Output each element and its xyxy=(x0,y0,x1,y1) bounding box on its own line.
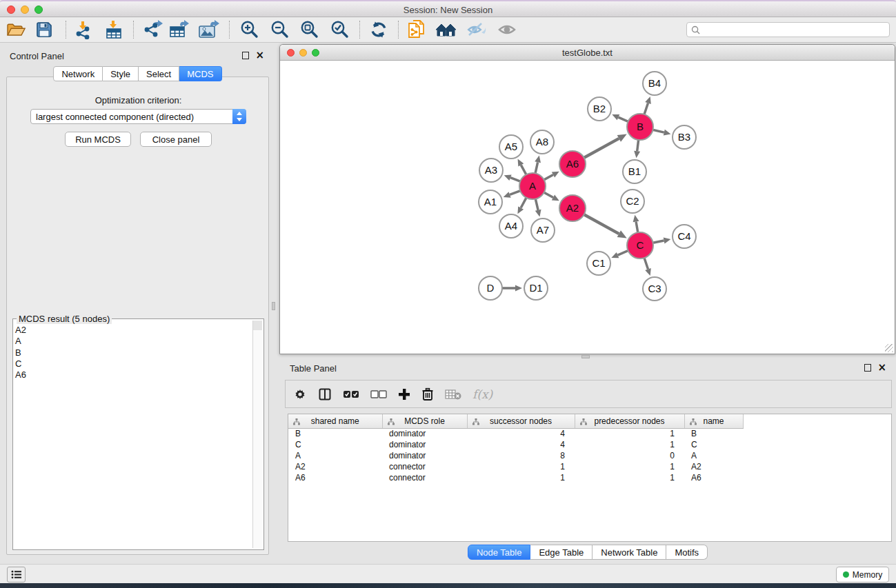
optimization-label: Optimization criterion: xyxy=(7,95,270,105)
graph-node-label: A5 xyxy=(505,141,517,152)
splitter-handle[interactable] xyxy=(272,302,275,310)
close-panel-button[interactable]: Close panel xyxy=(140,132,212,147)
zoom-out-icon[interactable] xyxy=(268,20,291,39)
graph-node-label: A7 xyxy=(537,224,549,236)
graph-node-label: A xyxy=(529,180,536,192)
zoom-selected-icon[interactable] xyxy=(328,20,351,39)
result-item[interactable]: A6 xyxy=(15,369,26,381)
hierarchy-icon xyxy=(690,418,697,427)
node-table: shared nameMCDS rolesuccessor nodesprede… xyxy=(288,414,892,542)
column-header-successor-nodes[interactable]: successor nodes xyxy=(467,414,575,428)
network-graph-canvas[interactable]: B4B2BB3A8A5A6A3B1AC2A1A2A4A7C4CC1DD1C3 xyxy=(281,61,895,354)
export-image-icon[interactable] xyxy=(197,20,221,39)
graph-node-label: B4 xyxy=(648,77,661,89)
split-column-icon[interactable] xyxy=(318,387,332,401)
refresh-icon[interactable] xyxy=(367,20,390,39)
criterion-dropdown[interactable]: largest connected component (directed) xyxy=(30,109,246,124)
dropdown-stepper-icon xyxy=(232,109,246,124)
result-item[interactable]: B xyxy=(15,347,26,358)
show-selected-icon[interactable] xyxy=(496,20,519,39)
export-table-icon[interactable] xyxy=(168,20,191,39)
mcds-result-box: MCDS result (5 nodes) A2ABCA6 xyxy=(12,318,264,550)
settings-gear-icon[interactable] xyxy=(293,387,307,401)
column-header-predecessor-nodes[interactable]: predecessor nodes xyxy=(575,414,684,428)
result-item[interactable]: A xyxy=(15,336,26,347)
graph-edge-arrow xyxy=(515,285,522,292)
list-icon xyxy=(11,570,21,579)
graph-node-label: A3 xyxy=(485,164,497,176)
table-row[interactable]: A2connector11A2 xyxy=(288,461,743,472)
hierarchy-icon xyxy=(580,418,587,427)
graph-edge-arrow xyxy=(664,130,671,136)
search-input[interactable] xyxy=(703,25,889,34)
select-all-icon[interactable] xyxy=(343,389,359,399)
node-table-grid[interactable]: shared nameMCDS rolesuccessor nodesprede… xyxy=(288,414,744,483)
result-item[interactable]: C xyxy=(15,358,26,369)
import-network-icon[interactable] xyxy=(72,20,95,39)
graph-edge-arrow xyxy=(535,156,541,163)
export-network-icon[interactable] xyxy=(141,20,165,39)
close-panel-icon[interactable]: × xyxy=(255,52,264,59)
column-header-shared-name[interactable]: shared name xyxy=(288,414,382,428)
desktop-background xyxy=(0,583,896,588)
add-column-icon[interactable] xyxy=(398,388,410,401)
tab-select[interactable]: Select xyxy=(139,66,179,81)
control-panel-tabs: NetworkStyleSelectMCDS xyxy=(6,66,270,81)
tab-edge-table[interactable]: Edge Table xyxy=(530,545,593,560)
mcds-result-list: A2ABCA6 xyxy=(15,325,26,381)
delete-table-icon[interactable] xyxy=(445,389,461,400)
table-row[interactable]: Adominator80A xyxy=(288,450,743,461)
zoom-in-icon[interactable] xyxy=(237,20,261,39)
graph-node-label: C4 xyxy=(677,230,690,242)
search-box[interactable] xyxy=(686,22,890,37)
zoom-fit-icon[interactable] xyxy=(297,20,321,39)
column-header-MCDS-role[interactable]: MCDS role xyxy=(382,414,467,428)
delete-column-icon[interactable] xyxy=(421,387,434,401)
memory-status-icon xyxy=(843,571,849,578)
home-icon[interactable] xyxy=(435,20,458,39)
splitter-handle-horizontal[interactable] xyxy=(581,355,590,358)
hide-selected-icon[interactable] xyxy=(465,20,488,39)
tab-network-table[interactable]: Network Table xyxy=(593,545,666,560)
float-panel-icon[interactable] xyxy=(242,52,249,59)
memory-button[interactable]: Memory xyxy=(836,567,889,582)
graph-node-label: B3 xyxy=(678,131,690,143)
tab-motifs[interactable]: Motifs xyxy=(666,545,708,560)
graph-edge-arrow xyxy=(664,238,671,244)
function-builder-icon[interactable]: f(x) xyxy=(472,387,492,401)
table-row[interactable]: Cdominator41C xyxy=(288,439,743,450)
status-bar: Memory xyxy=(0,564,896,583)
open-session-icon[interactable] xyxy=(4,20,28,39)
result-scrollbar[interactable] xyxy=(252,321,262,548)
tab-network[interactable]: Network xyxy=(53,66,103,81)
graph-node-label: D1 xyxy=(529,282,542,294)
graph-node-label: A1 xyxy=(484,196,497,207)
new-network-icon[interactable] xyxy=(405,20,428,39)
table-panel-title: Table Panel xyxy=(290,363,337,374)
table-row[interactable]: Bdominator41B xyxy=(288,428,743,439)
task-history-button[interactable] xyxy=(7,567,26,582)
tab-node-table[interactable]: Node Table xyxy=(468,545,531,560)
graph-edge-arrow xyxy=(645,97,651,104)
float-table-panel-icon[interactable] xyxy=(864,364,871,372)
result-item[interactable]: A2 xyxy=(15,325,26,336)
deselect-all-icon[interactable] xyxy=(370,389,387,399)
tab-mcds[interactable]: MCDS xyxy=(179,66,221,81)
graph-node-label: B2 xyxy=(593,103,606,114)
graph-edge-arrow xyxy=(504,192,511,197)
run-mcds-button[interactable]: Run MCDS xyxy=(65,132,131,147)
save-session-icon[interactable] xyxy=(32,20,56,39)
column-header-name[interactable]: name xyxy=(684,414,743,428)
table-row[interactable]: A6connector11A6 xyxy=(288,472,743,483)
window-title: Session: New Session xyxy=(0,5,896,15)
graph-node-label: B1 xyxy=(628,165,641,177)
criterion-value: largest connected component (directed) xyxy=(36,112,194,122)
control-panel: Control Panel × Optimization criterion: … xyxy=(6,45,270,558)
import-table-icon[interactable] xyxy=(102,20,126,39)
graph-node-label: C2 xyxy=(626,195,639,207)
graph-node-label: A8 xyxy=(536,136,548,148)
close-table-panel-icon[interactable]: × xyxy=(877,364,886,372)
tab-style[interactable]: Style xyxy=(103,66,139,81)
resize-grip[interactable] xyxy=(885,344,893,352)
search-icon xyxy=(691,26,700,34)
